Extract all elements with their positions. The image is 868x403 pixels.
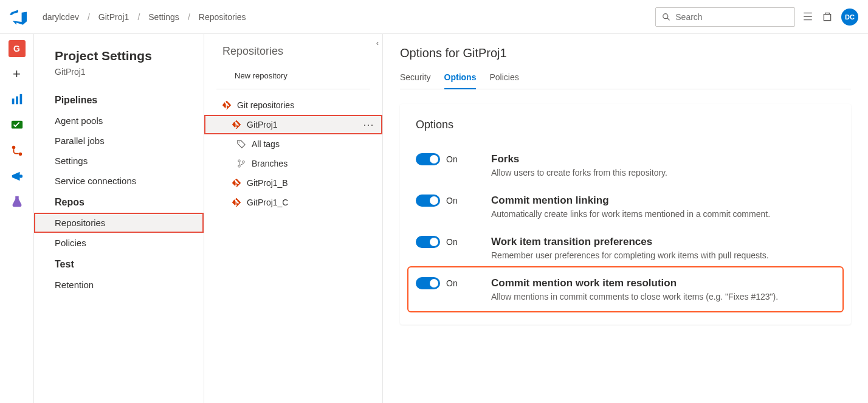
tab-options[interactable]: Options — [444, 69, 477, 89]
toggle-label: On — [446, 278, 458, 288]
breadcrumb-sep: / — [83, 12, 95, 22]
search-box[interactable] — [655, 7, 795, 27]
svg-rect-3 — [16, 97, 18, 105]
toggle-forks[interactable] — [416, 153, 440, 165]
nav-settings[interactable]: Settings — [34, 151, 204, 171]
nav-section-test: Test — [34, 253, 204, 275]
nav-policies[interactable]: Policies — [34, 233, 204, 253]
breadcrumb-org[interactable]: darylcdev — [39, 10, 83, 24]
marketplace-icon[interactable] — [822, 11, 834, 23]
tab-security[interactable]: Security — [400, 69, 431, 89]
settings-nav: Project Settings GitProj1 Pipelines Agen… — [34, 34, 204, 403]
repo-sub-label: Branches — [252, 159, 288, 168]
option-forks: On Forks Allow users to create forks fro… — [416, 145, 835, 186]
add-icon[interactable]: + — [9, 66, 26, 83]
option-desc: Automatically create links for work item… — [491, 209, 835, 219]
option-desc: Allow mentions in commit comments to clo… — [491, 292, 835, 301]
toggle-label: On — [446, 237, 458, 247]
option-work-item-transition: On Work item transition preferences Reme… — [416, 227, 835, 269]
repo-item-gitproj1-b[interactable]: GitProj1_B — [204, 173, 382, 193]
top-bar-right: DC — [655, 7, 858, 27]
repo-item-label: GitProj1 — [247, 120, 278, 129]
nav-agent-pools[interactable]: Agent pools — [34, 111, 204, 131]
breadcrumb-project[interactable]: GitProj1 — [95, 10, 133, 24]
page-title: Options for GitProj1 — [400, 46, 851, 69]
svg-rect-2 — [12, 98, 14, 104]
svg-point-7 — [18, 153, 22, 156]
option-desc: Remember user preferences for completing… — [491, 250, 835, 260]
svg-point-8 — [19, 174, 22, 178]
repos-icon[interactable] — [9, 142, 26, 159]
svg-point-9 — [239, 142, 240, 143]
repo-sub-branches[interactable]: Branches — [204, 154, 382, 173]
option-commit-mention-linking: On Commit mention linking Automatically … — [416, 186, 835, 227]
option-title: Commit mention linking — [491, 195, 835, 207]
git-icon — [232, 120, 241, 129]
svg-rect-4 — [19, 94, 22, 105]
settings-title: Project Settings — [34, 49, 204, 67]
more-icon[interactable]: ⋯ — [363, 118, 375, 131]
git-icon — [232, 179, 241, 187]
git-icon — [232, 198, 241, 207]
main-content: Options for GitProj1 Security Options Po… — [383, 34, 868, 403]
repo-item-label: GitProj1_B — [247, 178, 288, 188]
top-bar: darylcdev / GitProj1 / Settings / Reposi… — [0, 0, 868, 34]
avatar[interactable]: DC — [841, 9, 858, 26]
svg-point-10 — [238, 160, 241, 162]
toggle-label: On — [446, 196, 458, 205]
svg-line-1 — [667, 18, 670, 20]
project-tile[interactable]: G — [9, 40, 26, 57]
breadcrumb: darylcdev / GitProj1 / Settings / Reposi… — [39, 10, 250, 24]
option-title: Commit mention work item resolution — [491, 277, 835, 289]
settings-project-name: GitProj1 — [34, 67, 204, 89]
nav-parallel-jobs[interactable]: Parallel jobs — [34, 131, 204, 151]
pipelines-icon[interactable] — [9, 168, 26, 185]
svg-point-12 — [243, 161, 245, 164]
option-commit-mention-resolution: On Commit mention work item resolution A… — [410, 269, 841, 310]
toggle-work-item-transition[interactable] — [416, 236, 440, 248]
option-title: Forks — [491, 153, 835, 165]
boards-icon[interactable] — [9, 117, 26, 134]
nav-retention[interactable]: Retention — [34, 275, 204, 295]
git-icon — [222, 101, 231, 109]
svg-point-0 — [663, 13, 668, 18]
nav-repositories[interactable]: Repositories — [34, 213, 204, 233]
repo-tree-root-label: Git repositories — [237, 100, 294, 110]
icon-rail: G + — [0, 34, 34, 403]
repo-panel: ‹ Repositories New repository Git reposi… — [204, 34, 383, 403]
breadcrumb-repos[interactable]: Repositories — [195, 10, 250, 24]
search-input[interactable] — [675, 12, 788, 22]
options-card: Options On Forks Allow users to create f… — [400, 104, 851, 325]
repo-panel-title: Repositories — [204, 45, 382, 66]
breadcrumb-sep: / — [183, 12, 195, 22]
repo-item-gitproj1-c[interactable]: GitProj1_C — [204, 193, 382, 212]
repo-sub-all-tags[interactable]: All tags — [204, 134, 382, 154]
card-title: Options — [416, 119, 835, 131]
tag-icon — [237, 140, 246, 148]
repo-tree-root[interactable]: Git repositories — [204, 95, 382, 115]
toggle-commit-mention-resolution[interactable] — [416, 277, 440, 289]
tabs: Security Options Policies — [400, 69, 851, 89]
breadcrumb-settings[interactable]: Settings — [145, 10, 183, 24]
breadcrumb-sep: / — [133, 12, 145, 22]
azure-devops-logo[interactable] — [10, 9, 27, 26]
collapse-icon[interactable]: ‹ — [376, 39, 379, 47]
toggle-commit-mention-linking[interactable] — [416, 195, 440, 207]
new-repository-button[interactable]: New repository — [216, 66, 370, 89]
overview-icon[interactable] — [9, 91, 26, 108]
list-icon[interactable] — [802, 11, 815, 23]
nav-section-pipelines: Pipelines — [34, 89, 204, 111]
repo-sub-label: All tags — [252, 139, 280, 149]
option-desc: Allow users to create forks from this re… — [491, 168, 835, 177]
repo-item-label: GitProj1_C — [247, 198, 288, 207]
svg-point-6 — [12, 146, 15, 150]
toggle-label: On — [446, 154, 458, 164]
testplans-icon[interactable] — [9, 193, 26, 210]
search-icon — [662, 12, 670, 22]
nav-section-repos: Repos — [34, 191, 204, 213]
nav-service-connections[interactable]: Service connections — [34, 171, 204, 191]
branch-icon — [237, 159, 246, 168]
tab-policies[interactable]: Policies — [489, 69, 518, 89]
repo-item-gitproj1[interactable]: GitProj1 ⋯ — [204, 115, 382, 134]
option-title: Work item transition preferences — [491, 236, 835, 248]
